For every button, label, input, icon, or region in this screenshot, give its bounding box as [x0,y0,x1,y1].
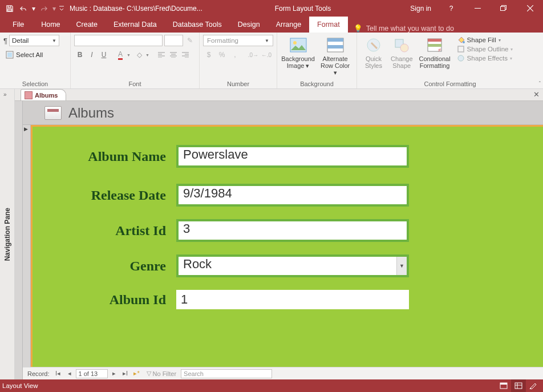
row-release-date: Release Date 9/3/1984 [56,184,409,207]
shape-style-list: Shape Fill▾ Shape Outline▾ Shape Effects… [455,35,516,63]
align-center-button[interactable] [168,50,179,60]
status-view-label: Layout View [2,382,38,389]
new-record-button[interactable]: ▸* [132,369,142,379]
expand-nav-icon[interactable]: » [3,91,7,98]
field-release-date[interactable]: 9/3/1984 [179,186,407,204]
restore-button[interactable] [491,0,517,17]
select-all-button[interactable]: Select All [3,50,67,60]
record-label: Record: [25,370,52,377]
label-album-name[interactable]: Album Name [56,149,176,164]
title-bar: ▾ ▾ Music : Database- C:\Users\Fred\Docu… [0,0,543,17]
currency-button[interactable]: $ [203,50,214,60]
tab-database-tools[interactable]: Database Tools [165,17,230,33]
field-release-date-wrap: 9/3/1984 [176,184,409,207]
row-genre: Genre Rock ▼ [56,254,409,277]
ribbon-group-control-formatting: Quick Styles Change Shape ≠ Conditional … [357,33,543,88]
number-format-combo[interactable]: Formatting▼ [203,35,273,46]
form-detail-section[interactable]: Album Name Powerslave Release Date 9/3/1… [31,125,543,367]
record-search-box[interactable]: Search [181,369,272,378]
undo-icon[interactable] [17,2,30,15]
design-view-button[interactable] [526,379,541,392]
comma-button[interactable]: , [229,50,241,60]
align-left-button[interactable] [156,50,167,60]
increase-decimals-button[interactable]: .0→ [248,50,259,60]
close-button[interactable] [517,0,543,17]
layout-view-button[interactable] [511,379,526,392]
select-object-icon: ¶ [3,37,7,45]
bold-button[interactable]: B [74,50,86,60]
label-release-date[interactable]: Release Date [56,188,176,203]
no-filter-indicator[interactable]: ▽No Filter [143,370,180,377]
tab-format[interactable]: Format [309,17,348,33]
select-all-label: Select All [16,51,43,58]
percent-button[interactable]: % [216,50,228,60]
genre-dropdown-icon[interactable]: ▼ [396,257,407,275]
quick-styles-button[interactable]: Quick Styles [360,35,387,70]
label-album-id[interactable]: Album Id [56,292,176,308]
select-all-icon [6,51,14,59]
ribbon-tab-strip: File Home Create External Data Database … [0,17,543,33]
form-header-icon [44,106,62,120]
font-size-combo[interactable] [164,35,183,46]
shape-fill-button[interactable]: Shape Fill▾ [457,36,513,44]
decrease-decimals-button[interactable]: ←.0 [261,50,272,60]
format-painter-icon[interactable]: ✎ [185,35,196,46]
font-color-button[interactable]: A▼ [114,50,132,60]
undo-dropdown-icon[interactable]: ▾ [31,2,37,15]
last-record-button[interactable]: ▸I [120,369,131,379]
record-selector[interactable] [15,101,23,379]
collapse-ribbon-icon[interactable]: ˆ [539,81,541,87]
redo-icon[interactable] [38,2,50,15]
font-name-combo[interactable] [74,35,163,46]
shape-outline-button[interactable]: Shape Outline▾ [457,45,513,53]
underline-button[interactable]: U [98,50,110,60]
help-icon[interactable]: ? [438,0,464,17]
form-header: Albums [23,101,543,125]
navigation-pane-collapsed[interactable]: » Navigation Pane [0,89,15,379]
row-album-id: Album Id 1 [56,290,409,309]
italic-button[interactable]: I [86,50,98,60]
group-label-font: Font [74,79,196,88]
conditional-formatting-button[interactable]: ≠ Conditional Formatting [417,35,453,70]
shape-effects-button[interactable]: Shape Effects▾ [457,54,513,62]
tab-file[interactable]: File [3,17,33,33]
ribbon-group-selection: ¶ Detail▼ Select All Selection [0,33,71,88]
save-icon[interactable] [3,2,16,15]
prev-record-button[interactable]: ◂ [64,369,75,379]
form-view-button[interactable] [496,379,511,392]
tab-design[interactable]: Design [230,17,268,33]
field-artist-id[interactable]: 3 [179,221,407,240]
label-artist-id[interactable]: Artist Id [56,223,176,239]
alternate-row-color-button[interactable]: Alternate Row Color ▾ [317,35,353,77]
tab-arrange[interactable]: Arrange [268,17,309,33]
sign-in-button[interactable]: Sign in [403,0,438,17]
document-tab-strip: Albums ✕ [15,89,543,101]
background-image-button[interactable]: Background Image ▾ [281,35,315,70]
redo-dropdown-icon[interactable]: ▾ [51,2,57,15]
record-navigation-bar: Record: I◂ ◂ 1 of 13 ▸ ▸I ▸* ▽No Filter … [23,367,543,379]
qat-customize-icon[interactable] [58,2,65,15]
fill-color-button[interactable]: ◇▼ [133,50,151,60]
label-genre[interactable]: Genre [56,258,176,274]
ribbon-group-number: Formatting▼ $ % , .0→ ←.0 Number [200,33,277,88]
tab-create[interactable]: Create [68,17,106,33]
minimize-button[interactable] [464,0,491,17]
change-shape-button[interactable]: Change Shape [388,35,415,70]
group-label-number: Number [203,79,273,88]
document-tab-label: Albums [35,92,58,99]
quick-styles-icon [364,36,383,54]
tab-home[interactable]: Home [33,17,68,33]
field-album-id[interactable]: 1 [176,290,409,309]
document-tab-albums[interactable]: Albums [21,89,66,100]
tab-external-data[interactable]: External Data [106,17,165,33]
detail-record-selector[interactable]: ▶ [23,125,31,367]
first-record-button[interactable]: I◂ [53,369,63,379]
record-counter[interactable]: 1 of 13 [76,369,108,378]
next-record-button[interactable]: ▸ [109,369,119,379]
align-right-button[interactable] [180,50,191,60]
field-album-name[interactable]: Powerslave [179,147,407,165]
object-selector-combo[interactable]: Detail▼ [9,35,59,46]
field-genre[interactable]: Rock [179,257,396,275]
close-document-icon[interactable]: ✕ [533,90,540,99]
tell-me-search[interactable]: 💡 Tell me what you want to do [348,24,454,33]
